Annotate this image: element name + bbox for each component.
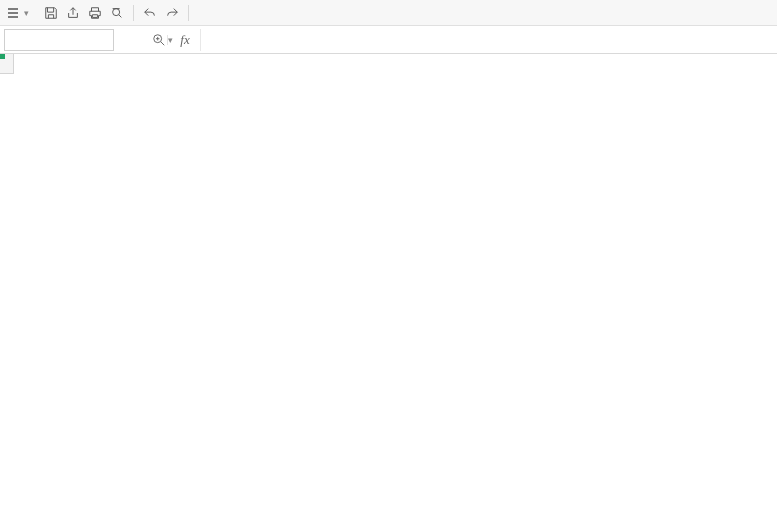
formula-bar: ▾ fx: [0, 26, 777, 54]
formula-input[interactable]: [200, 29, 771, 51]
undo-button[interactable]: [140, 3, 160, 23]
quick-access-toolbar: [41, 3, 193, 23]
chevron-down-icon: ▾: [24, 8, 29, 18]
file-menu-button[interactable]: ▾: [4, 3, 35, 23]
toolbar-separator: [188, 5, 189, 21]
top-toolbar: ▾: [0, 0, 777, 26]
fx-icon[interactable]: fx: [176, 31, 194, 49]
hamburger-icon: [8, 8, 18, 18]
export-button[interactable]: [63, 3, 83, 23]
print-button[interactable]: [85, 3, 105, 23]
redo-button[interactable]: [162, 3, 182, 23]
print-preview-button[interactable]: [107, 3, 127, 23]
svg-point-0: [113, 8, 120, 15]
save-button[interactable]: [41, 3, 61, 23]
toolbar-separator: [133, 5, 134, 21]
name-box[interactable]: ▾: [4, 29, 114, 51]
select-all-button[interactable]: [0, 54, 14, 74]
name-box-input[interactable]: [5, 33, 167, 47]
spreadsheet-area: [0, 54, 777, 507]
formula-tools: fx: [150, 31, 194, 49]
zoom-icon[interactable]: [150, 31, 168, 49]
